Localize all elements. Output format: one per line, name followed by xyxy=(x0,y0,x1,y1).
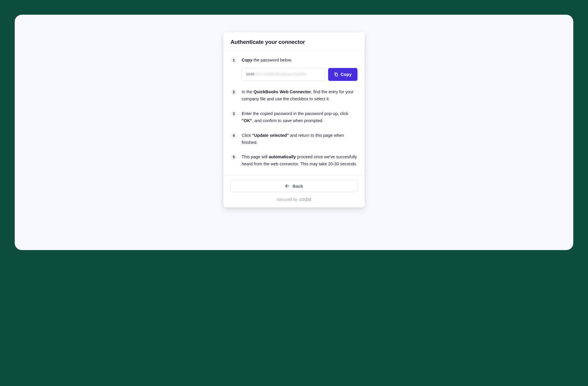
card-title: Authenticate your connector xyxy=(230,39,358,45)
outer-frame: Authenticate your connector 1 Copy the p… xyxy=(15,15,573,250)
copy-icon xyxy=(334,72,338,76)
step-number-badge: 3 xyxy=(230,111,237,117)
step-number-badge: 5 xyxy=(230,154,237,160)
step-2: 2 In the QuickBooks Web Connector, find … xyxy=(230,89,358,103)
step-number-badge: 4 xyxy=(230,132,237,139)
step-3: 3 Enter the copied password in the passw… xyxy=(230,110,358,124)
step-text: In the QuickBooks Web Connector, find th… xyxy=(242,89,354,101)
card-body: 1 Copy the password below. W49hXCx2Wlb3R… xyxy=(223,51,365,175)
step-text: Click "Update selected" and return to th… xyxy=(242,133,344,145)
step-1: 1 Copy the password below. W49hXCx2Wlb3R… xyxy=(230,57,358,81)
step-5-content: This page will automatically proceed onc… xyxy=(242,154,358,168)
card-footer: Back Secured by codat xyxy=(223,175,365,207)
secured-by-text: Secured by xyxy=(277,197,298,202)
svg-rect-0 xyxy=(335,74,338,76)
step-4-content: Click "Update selected" and return to th… xyxy=(242,132,358,146)
password-row: W49hXCx2Wlb3RoqboucJsa/SN Copy xyxy=(242,68,358,81)
step-number-badge: 2 xyxy=(230,89,237,95)
brand-name: codat xyxy=(299,197,312,202)
password-visible: W49 xyxy=(246,71,255,78)
copy-button[interactable]: Copy xyxy=(328,68,358,81)
back-button[interactable]: Back xyxy=(230,180,358,192)
step-3-content: Enter the copied password in the passwor… xyxy=(242,110,358,124)
step-2-content: In the QuickBooks Web Connector, find th… xyxy=(242,89,358,103)
step-5: 5 This page will automatically proceed o… xyxy=(230,154,358,168)
password-obscured: hXCx2Wlb3RoqboucJsa/SN xyxy=(255,71,306,78)
step-text: This page will automatically proceed onc… xyxy=(242,154,357,166)
card-header: Authenticate your connector xyxy=(223,32,365,51)
copy-button-label: Copy xyxy=(341,72,352,77)
back-button-label: Back xyxy=(293,184,303,189)
arrow-left-icon xyxy=(285,184,290,188)
auth-card: Authenticate your connector 1 Copy the p… xyxy=(223,32,365,207)
step-number-badge: 1 xyxy=(230,57,237,64)
step-1-content: Copy the password below. W49hXCx2Wlb3Roq… xyxy=(242,57,358,81)
step-text: Copy the password below. xyxy=(242,58,292,62)
step-text: Enter the copied password in the passwor… xyxy=(242,111,348,123)
secured-by: Secured by codat xyxy=(230,197,358,202)
password-field[interactable]: W49hXCx2Wlb3RoqboucJsa/SN xyxy=(242,68,325,81)
step-4: 4 Click "Update selected" and return to … xyxy=(230,132,358,146)
